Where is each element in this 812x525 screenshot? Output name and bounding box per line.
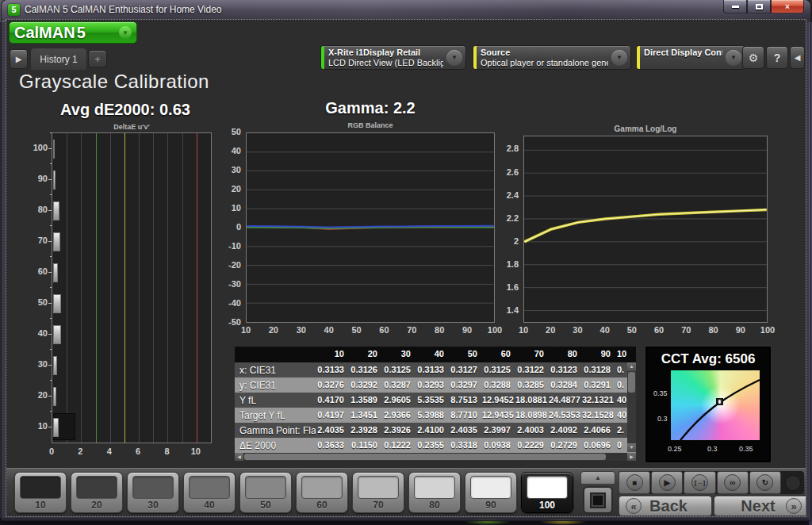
table-row: Y fL0.41701.35892.96055.35358.751312.945…	[235, 393, 636, 408]
pattern-level-button-80[interactable]: 80	[408, 472, 461, 513]
deltae-bar	[53, 171, 56, 190]
panel-collapse-button[interactable]: ◀	[790, 46, 805, 69]
stop-button[interactable]: ■	[619, 471, 650, 494]
table-cell: 0.3297	[449, 377, 482, 393]
pattern-level-button-10[interactable]: 10	[14, 472, 67, 513]
deltae-bar	[53, 325, 61, 344]
refresh-button[interactable]: ↻	[749, 471, 781, 494]
x-axis-tick-label: 50	[345, 325, 369, 335]
table-cell: 0.3125	[382, 362, 416, 377]
table-cell: 2.4035	[449, 423, 482, 438]
help-button[interactable]: ?	[766, 46, 788, 69]
x-axis-tick-label: 4	[98, 446, 121, 456]
gridline	[67, 133, 67, 443]
table-row: ΔE 20000.36330.11500.12220.23550.33180.0…	[235, 438, 636, 453]
table-horizontal-scrollbar[interactable]: ◀▶	[235, 453, 636, 461]
axis-tick	[50, 225, 52, 226]
scrollbar-thumb[interactable]	[628, 372, 635, 393]
app-window: 5 CalMAN 5 CalMAN Enthusiast for Home Vi…	[2, 0, 810, 520]
minimize-icon	[732, 6, 739, 8]
pattern-level-button-70[interactable]: 70	[352, 472, 404, 513]
pattern-level-button-20[interactable]: 20	[71, 472, 123, 513]
history-expand-button[interactable]: ▶	[10, 49, 28, 69]
minimize-button[interactable]	[723, 0, 747, 13]
scroll-right-arrow[interactable]: ▶	[627, 453, 636, 461]
close-button[interactable]: ×	[771, 0, 804, 13]
x-axis-tick-label: 70	[400, 325, 423, 335]
cie-y-tick: 0.35	[653, 389, 668, 397]
axis-tick	[50, 349, 52, 350]
back-button-label: Back	[648, 497, 689, 515]
white-point-marker	[716, 398, 723, 405]
y-axis-tick-label: 40	[21, 328, 48, 338]
tab-history-1[interactable]: History 1	[30, 48, 87, 70]
window-titlebar[interactable]: 5 CalMAN 5 CalMAN Enthusiast for Home Vi…	[2, 0, 810, 20]
x-axis-tick-label: 80	[427, 325, 451, 335]
x-axis-tick-label: 10	[184, 446, 208, 456]
measurement-table: 10203040506070809010x: CIE310.31330.3126…	[235, 347, 636, 461]
table-cell: 0.2355	[416, 438, 449, 453]
play-button[interactable]: ▶	[651, 471, 683, 494]
gamma-chart-plot	[523, 136, 768, 323]
step-button[interactable]: [↔]	[684, 471, 715, 494]
reference-line	[124, 133, 125, 443]
calman-logo-button[interactable]: CalMAN5 ▼	[9, 21, 137, 44]
pattern-bar-collapse-button[interactable]: ▲	[580, 471, 615, 485]
meter-dropdown[interactable]: X-Rite i1Display Retail LCD Direct View …	[320, 45, 466, 70]
y-axis-tick-label: -40	[214, 298, 241, 308]
pattern-level-button-50[interactable]: 50	[239, 472, 292, 513]
pattern-level-button-30[interactable]: 30	[127, 472, 179, 513]
table-vertical-scrollbar[interactable]: ▲▼	[627, 362, 636, 452]
pattern-level-label: 20	[71, 500, 122, 511]
cie-x-tick: 0.25	[668, 445, 682, 453]
next-button[interactable]: Next »	[714, 496, 806, 516]
gray-swatch	[245, 476, 286, 499]
axis-tick	[48, 334, 52, 335]
gridline	[153, 133, 154, 443]
y-axis-tick-label: -30	[214, 279, 241, 289]
add-tab-button[interactable]: +	[88, 50, 107, 67]
table-cell: 0.3318	[449, 438, 482, 453]
display-control-dropdown[interactable]: Direct Display Control ▼	[636, 45, 745, 70]
axis-tick	[48, 179, 52, 180]
table-cell: 0.3285	[515, 377, 549, 393]
table-cell: 0.3128	[582, 362, 615, 377]
scroll-down-arrow[interactable]: ▼	[627, 443, 636, 452]
scroll-left-arrow[interactable]: ◀	[235, 453, 243, 461]
close-icon: ×	[785, 2, 790, 11]
axis-tick	[50, 256, 52, 257]
deltae-chart-title: Avg dE2000: 0.63	[6, 101, 244, 119]
scroll-up-arrow[interactable]: ▲	[627, 362, 636, 371]
table-cell: 2.3926	[382, 423, 416, 438]
chevron-left-icon: ◀	[795, 53, 801, 62]
source-dropdown[interactable]: Source Optical player or standalone gene…	[473, 45, 631, 70]
settings-button[interactable]: ⚙	[742, 46, 764, 69]
gridline	[182, 133, 183, 443]
chevrons-left-icon: «	[626, 498, 642, 514]
back-button[interactable]: « Back	[619, 496, 712, 516]
axis-tick	[50, 132, 52, 133]
y-axis-tick-label: 2.8	[492, 144, 519, 153]
stop-icon: ■	[626, 474, 643, 491]
table-cell: 0.3125	[482, 362, 515, 377]
record-icon	[785, 475, 801, 491]
y-axis-tick-label: 100	[21, 143, 48, 152]
pattern-window-button[interactable]	[583, 486, 613, 514]
row-label: y: CIE31	[235, 377, 316, 393]
pattern-level-button-40[interactable]: 40	[183, 472, 236, 513]
maximize-button[interactable]	[747, 0, 771, 13]
y-axis-tick-label: 50	[214, 127, 241, 136]
pattern-level-label: 70	[353, 500, 404, 511]
table-cell: 12.9435	[482, 408, 515, 423]
table-cell: 0.2729	[549, 438, 582, 453]
pattern-level-button-60[interactable]: 60	[296, 472, 348, 513]
x-axis-tick-label: 50	[620, 325, 644, 335]
gray-swatch	[132, 476, 174, 499]
column-header: 30	[382, 347, 416, 362]
pattern-level-button-90[interactable]: 90	[465, 472, 517, 513]
loop-button[interactable]: ∞	[717, 471, 749, 494]
scrollbar-thumb[interactable]	[244, 454, 606, 460]
axis-tick	[50, 411, 52, 412]
pattern-level-button-100[interactable]: 100	[521, 472, 573, 513]
line-chart-canvas	[524, 136, 767, 322]
